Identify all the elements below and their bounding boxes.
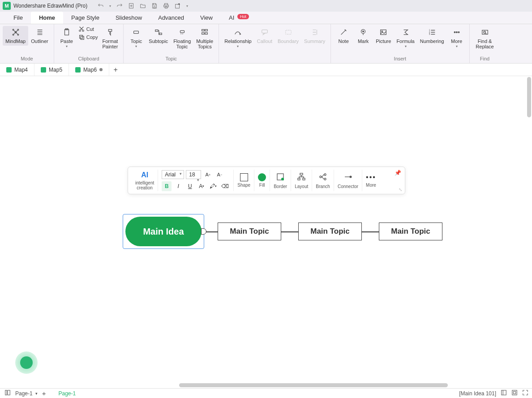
border-button[interactable]: Border (270, 170, 291, 191)
document-tabs: Map4 Map5 Map6 + (0, 64, 532, 76)
active-page-tab[interactable]: Page-1 (58, 390, 76, 397)
svg-rect-22 (202, 33, 204, 34)
undo-icon[interactable] (96, 1, 105, 10)
svg-point-13 (82, 30, 84, 32)
save-icon[interactable] (150, 1, 159, 10)
mindmap-button[interactable]: MindMap (3, 26, 28, 46)
pin-icon[interactable]: 📌 (395, 170, 401, 176)
topic-node-2[interactable]: Main Topic (298, 223, 362, 240)
layout-view-icon[interactable] (501, 389, 507, 397)
menu-advanced[interactable]: Advanced (150, 12, 192, 24)
mark-button[interactable]: Mark (353, 26, 373, 46)
clear-format-button[interactable]: ⌫ (220, 181, 230, 191)
menu-view[interactable]: View (192, 12, 221, 24)
outliner-icon (35, 28, 44, 37)
layout-button[interactable]: Layout (291, 170, 312, 191)
underline-button[interactable]: U (185, 181, 195, 191)
svg-point-29 (382, 31, 383, 32)
insert-more-button[interactable]: More▾ (447, 26, 467, 50)
open-file-icon[interactable] (138, 1, 147, 10)
highlight-button[interactable]: 🖍▾ (208, 181, 218, 191)
decrease-font-button[interactable]: A− (215, 170, 224, 180)
export-dropdown-icon[interactable]: ▾ (185, 1, 189, 10)
boundary-icon (284, 28, 293, 37)
topic-node-3[interactable]: Main Topic (379, 223, 442, 240)
bold-button[interactable]: B (162, 181, 172, 191)
branch-button[interactable]: Branch (312, 170, 334, 191)
add-page-button[interactable]: + (42, 389, 46, 397)
menu-home[interactable]: Home (31, 12, 63, 24)
doc-tab-map6[interactable]: Map6 (69, 64, 109, 76)
topic-button[interactable]: Topic▾ (126, 26, 146, 50)
floating-topic-button[interactable]: Floating Topic (171, 26, 193, 51)
paste-button[interactable]: Paste ▾ (57, 26, 77, 50)
fill-button[interactable]: Fill (254, 170, 270, 191)
svg-rect-47 (5, 390, 7, 395)
svg-rect-25 (285, 30, 291, 34)
italic-button[interactable]: I (173, 181, 183, 191)
callout-icon (260, 28, 269, 37)
export-icon[interactable] (173, 1, 182, 10)
fullscreen-icon[interactable] (522, 389, 528, 397)
outliner-button[interactable]: Outliner (28, 26, 51, 46)
numbering-icon: 123 (428, 28, 437, 37)
format-painter-button[interactable]: Format Painter (99, 26, 120, 51)
font-size-select[interactable]: 18 (186, 170, 201, 179)
svg-rect-51 (513, 391, 515, 394)
mindmap-icon (11, 28, 20, 37)
svg-point-35 (458, 32, 459, 33)
cut-button[interactable]: Cut (78, 26, 98, 32)
topic-icon (132, 28, 141, 37)
format-more-button[interactable]: •••More (362, 170, 380, 191)
copy-button[interactable]: Copy (78, 34, 98, 40)
doc-icon (75, 67, 81, 73)
relationship-button[interactable]: Relationship▾ (222, 26, 254, 50)
menu-file[interactable]: File (5, 12, 31, 24)
increase-font-button[interactable]: A+ (203, 170, 213, 180)
font-color-button[interactable]: A▾ (197, 181, 206, 191)
find-replace-button[interactable]: Find & Replace (472, 26, 498, 51)
numbering-button[interactable]: 123Numbering (417, 26, 447, 46)
doc-tab-map5[interactable]: Map5 (34, 64, 69, 76)
new-file-icon[interactable] (127, 1, 136, 10)
fit-view-icon[interactable] (511, 389, 518, 397)
ai-assistant-bubble[interactable] (15, 351, 38, 374)
relationship-icon (233, 28, 242, 37)
connector-button[interactable]: Connector (334, 170, 362, 191)
ai-icon: AI (141, 171, 148, 179)
svg-point-34 (456, 32, 457, 33)
modified-indicator-icon (99, 68, 103, 71)
outline-toggle-icon[interactable] (4, 389, 11, 397)
doc-tab-map4[interactable]: Map4 (0, 64, 34, 76)
horizontal-scrollbar[interactable] (179, 383, 448, 387)
subtopic-button[interactable]: Subtopic (146, 26, 171, 46)
menu-ai[interactable]: AI Hot (221, 12, 257, 24)
svg-rect-42 (303, 178, 305, 180)
page-selector[interactable]: Page-1▾ (15, 390, 38, 397)
shape-button[interactable]: Shape (234, 170, 254, 191)
menu-slideshow[interactable]: Slideshow (107, 12, 150, 24)
picture-button[interactable]: Picture (373, 26, 394, 46)
print-icon[interactable] (162, 1, 171, 10)
ribbon-group-relation: Relationship▾ Callout Boundary Summary (219, 24, 331, 63)
add-tab-button[interactable]: + (109, 66, 122, 74)
note-button[interactable]: Note (334, 26, 353, 46)
svg-rect-21 (205, 30, 207, 31)
menu-page-style[interactable]: Page Style (63, 12, 107, 24)
ai-creation-button[interactable]: AI intelligent creation (132, 170, 158, 191)
svg-rect-16 (134, 31, 139, 33)
redo-icon[interactable] (115, 1, 124, 10)
root-node[interactable]: Main Idea (125, 217, 202, 246)
undo-dropdown-icon[interactable]: ▾ (108, 1, 112, 10)
font-family-select[interactable]: Arial (162, 170, 184, 179)
fill-icon (258, 173, 266, 181)
svg-point-37 (483, 31, 485, 34)
svg-rect-40 (300, 173, 303, 175)
vertical-scrollbar[interactable] (527, 77, 531, 117)
svg-rect-41 (298, 178, 300, 180)
multiple-topics-button[interactable]: Multiple Topics (193, 26, 216, 51)
app-title: Wondershare EdrawMind (Pro) (13, 3, 87, 9)
formula-button[interactable]: Formula▾ (394, 26, 417, 50)
resize-handle-icon[interactable]: ⤡ (399, 187, 402, 192)
topic-node-1[interactable]: Main Topic (218, 223, 281, 240)
